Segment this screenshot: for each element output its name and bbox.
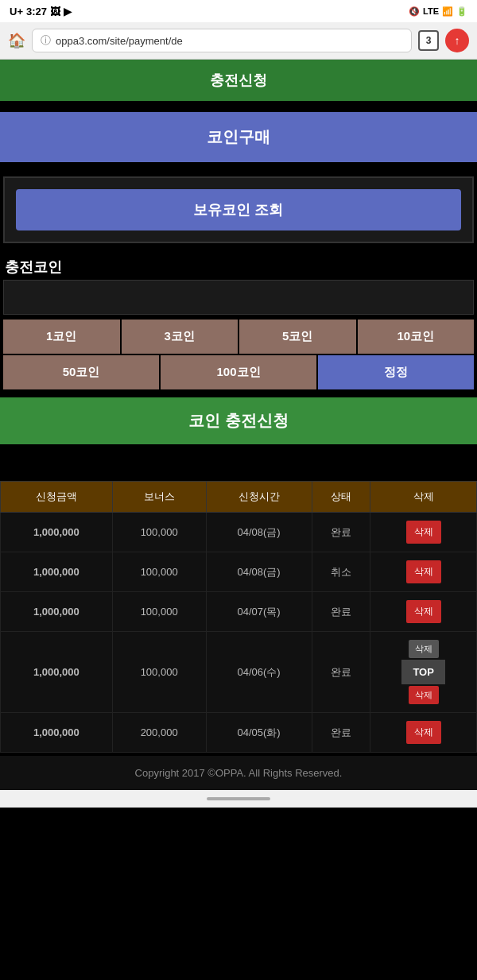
status-bar: U+ 3:27 🖼 ▶ 🔇 LTE 📶 🔋 <box>0 0 477 22</box>
td-amount-0: 1,000,000 <box>1 513 113 552</box>
refresh-button[interactable]: ↑ <box>445 29 469 52</box>
delete-button-0[interactable]: 삭제 <box>406 521 441 544</box>
td-bonus-1: 100,000 <box>112 552 206 592</box>
table-row: 1,000,000 100,000 04/07(목) 완료 삭제 <box>1 592 477 632</box>
delete-button-3[interactable]: 삭제 <box>409 640 439 658</box>
td-delete-1[interactable]: 삭제 <box>370 552 477 592</box>
submit-charge-button[interactable]: 코인 충전신청 <box>0 397 477 444</box>
td-time-3: 04/06(수) <box>206 632 312 713</box>
top-overlay-wrapper: 신청금액 보너스 신청시간 상태 삭제 1,000,000 100,000 04… <box>0 481 477 753</box>
td-status-3: 완료 <box>312 632 370 713</box>
signal-label: LTE <box>423 6 439 16</box>
td-bonus-4: 200,000 <box>112 713 206 753</box>
th-delete: 삭제 <box>370 482 477 513</box>
coin-reset-button[interactable]: 정정 <box>318 355 474 389</box>
delete-button-2[interactable]: 삭제 <box>406 600 441 623</box>
top-bar-label: 충전신청 <box>210 72 267 88</box>
table-row: 1,000,000 100,000 04/08(금) 취소 삭제 <box>1 552 477 592</box>
bottom-bar <box>0 790 477 808</box>
coin-50-button[interactable]: 50코인 <box>3 355 159 389</box>
table-section: 신청금액 보너스 신청시간 상태 삭제 1,000,000 100,000 04… <box>0 481 477 753</box>
charge-history-table: 신청금액 보너스 신청시간 상태 삭제 1,000,000 100,000 04… <box>0 481 477 753</box>
footer: Copyright 2017 ©OPPA. All Rights Reserve… <box>0 756 477 790</box>
url-box[interactable]: ⓘ oppa3.com/site/payment/de <box>32 29 412 52</box>
th-status: 상태 <box>312 482 370 513</box>
td-delete-4[interactable]: 삭제 <box>370 713 477 753</box>
td-amount-3: 1,000,000 <box>1 632 113 713</box>
status-right: 🔇 LTE 📶 🔋 <box>409 6 467 17</box>
coin-1-button[interactable]: 1코인 <box>3 320 120 354</box>
table-row: 1,000,000 200,000 04/05(화) 완료 삭제 <box>1 713 477 753</box>
coin-purchase-button[interactable]: 코인구매 <box>0 112 477 162</box>
td-time-4: 04/05(화) <box>206 713 312 753</box>
th-bonus: 보너스 <box>112 482 206 513</box>
cast-icon: ▶ <box>64 6 72 17</box>
photo-icon: 🖼 <box>50 6 60 17</box>
top-green-bar: 충전신청 <box>0 60 477 101</box>
coin-purchase-section: 코인구매 <box>0 104 477 170</box>
coin-3-button[interactable]: 3코인 <box>122 320 238 354</box>
wifi-icon: 📶 <box>442 6 453 17</box>
submit-section: 코인 충전신청 <box>0 393 477 449</box>
table-row: 1,000,000 100,000 04/08(금) 완료 삭제 <box>1 513 477 552</box>
status-left: U+ 3:27 🖼 ▶ <box>10 6 72 17</box>
charge-input[interactable] <box>3 280 474 315</box>
bottom-indicator <box>207 797 270 800</box>
delete-button-4[interactable]: 삭제 <box>406 721 441 744</box>
coin-inquiry-section: 보유코인 조회 <box>3 176 474 243</box>
td-amount-1: 1,000,000 <box>1 552 113 592</box>
time-label: 3:27 <box>26 6 47 17</box>
th-time: 신청시간 <box>206 482 312 513</box>
td-status-1: 취소 <box>312 552 370 592</box>
address-bar: 🏠 ⓘ oppa3.com/site/payment/de 3 ↑ <box>0 22 477 60</box>
td-status-4: 완료 <box>312 713 370 753</box>
td-status-2: 완료 <box>312 592 370 632</box>
td-delete-0[interactable]: 삭제 <box>370 513 477 552</box>
coin-row-2: 50코인 100코인 정정 <box>3 355 474 389</box>
th-amount: 신청금액 <box>1 482 113 513</box>
delete-button-3b[interactable]: 삭제 <box>409 686 439 704</box>
carrier-label: U+ <box>10 6 23 17</box>
td-bonus-0: 100,000 <box>112 513 206 552</box>
td-amount-4: 1,000,000 <box>1 713 113 753</box>
td-status-0: 완료 <box>312 513 370 552</box>
arrow-up-icon: ↑ <box>455 34 460 47</box>
td-bonus-3: 100,000 <box>112 632 206 713</box>
page-content: 충전신청 코인구매 보유코인 조회 충전코인 1코인 3코인 5코인 <box>0 60 477 790</box>
table-header-row: 신청금액 보너스 신청시간 상태 삭제 <box>1 482 477 513</box>
td-delete-3[interactable]: 삭제 TOP 삭제 <box>370 632 477 713</box>
info-icon: ⓘ <box>41 33 51 48</box>
td-amount-2: 1,000,000 <box>1 592 113 632</box>
td-time-0: 04/08(금) <box>206 513 312 552</box>
coin-100-button[interactable]: 100코인 <box>161 355 316 389</box>
td-delete-2[interactable]: 삭제 <box>370 592 477 632</box>
url-text: oppa3.com/site/payment/de <box>56 35 183 47</box>
tab-button[interactable]: 3 <box>418 30 439 51</box>
battery-icon: 🔋 <box>456 6 467 17</box>
top-button[interactable]: TOP <box>401 660 445 684</box>
td-time-2: 04/07(목) <box>206 592 312 632</box>
home-icon[interactable]: 🏠 <box>8 32 25 49</box>
td-time-1: 04/08(금) <box>206 552 312 592</box>
coin-5-button[interactable]: 5코인 <box>239 320 356 354</box>
charge-label: 충전코인 <box>0 250 477 280</box>
coin-10-button[interactable]: 10코인 <box>358 320 475 354</box>
delete-button-1[interactable]: 삭제 <box>406 560 441 583</box>
table-row: 1,000,000 100,000 04/06(수) 완료 삭제 TOP 삭제 <box>1 632 477 713</box>
mute-icon: 🔇 <box>409 6 420 17</box>
coin-inquiry-button[interactable]: 보유코인 조회 <box>16 189 461 230</box>
coin-grid: 1코인 3코인 5코인 10코인 50코인 100코인 정정 <box>0 318 477 393</box>
coin-row-1: 1코인 3코인 5코인 10코인 <box>3 320 474 354</box>
footer-text: Copyright 2017 ©OPPA. All Rights Reserve… <box>135 767 343 779</box>
td-bonus-2: 100,000 <box>112 592 206 632</box>
